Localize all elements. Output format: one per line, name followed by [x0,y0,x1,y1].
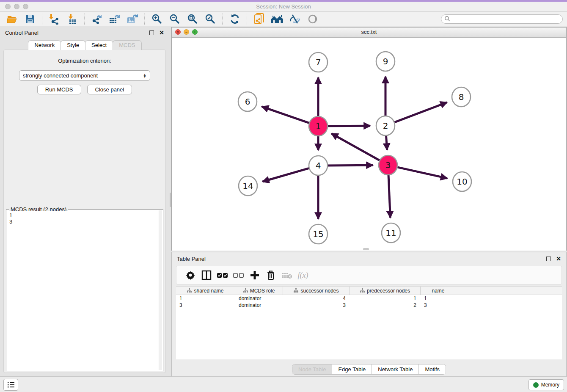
network-canvas[interactable]: 7968124314101511 [172,38,566,251]
float-table-panel-icon[interactable] [546,257,551,261]
close-panel-icon[interactable]: ✕ [159,31,164,35]
table-panel: Table Panel ✕ [171,252,567,377]
table-row[interactable]: 1dominator411 [176,295,562,302]
show-graphics-details-icon[interactable] [306,13,319,25]
unselect-all-columns-icon[interactable] [231,269,247,282]
close-panel-button[interactable]: Close panel [87,85,132,94]
close-table-panel-icon[interactable]: ✕ [556,257,561,261]
node-10[interactable]: 10 [453,172,471,191]
save-session-icon[interactable] [23,13,37,25]
edge-3-10[interactable] [396,167,447,178]
tab-edge-table[interactable]: Edge Table [332,364,372,374]
hide-graphics-details-icon[interactable] [288,13,302,25]
application-window: Session: New Session [0,0,567,392]
column-header-predecessor-nodes[interactable]: predecessor nodes [350,287,421,295]
tab-mcds[interactable]: MCDS [113,40,141,50]
edge-3-1[interactable] [331,134,380,161]
export-network-icon[interactable] [90,13,104,25]
node-1[interactable]: 1 [309,116,328,136]
svg-text:11: 11 [385,228,396,238]
column-header-successor-nodes[interactable]: successor nodes [283,287,350,295]
tab-node-table[interactable]: Node Table [292,364,333,374]
first-neighbors-icon[interactable] [270,13,284,25]
table-cell[interactable]: dominator [235,295,283,302]
refresh-layout-icon[interactable] [228,13,242,25]
edge-4-3[interactable] [327,165,373,166]
zoom-selected-icon[interactable] [204,13,217,25]
run-mcds-button[interactable]: Run MCDS [37,85,81,94]
open-session-icon[interactable] [6,13,19,25]
column-header-MCDS-role[interactable]: MCDS role [235,287,283,295]
zoom-fit-icon[interactable] [186,13,199,25]
node-9[interactable]: 9 [376,52,395,71]
edge-1-6[interactable] [262,107,310,124]
control-panel-tabs: NetworkStyleSelectMCDS [0,40,169,50]
table-panel-header: Table Panel ✕ [172,252,566,265]
mcds-result-list[interactable]: 13 [7,211,159,370]
table-row[interactable]: 3dominator323 [176,302,562,309]
network-window-titlebar[interactable]: x − + scc.txt [172,28,566,38]
show-task-history-button[interactable] [3,379,18,391]
search-field[interactable] [441,14,563,24]
canvas-hscroll-thumb[interactable] [363,248,369,250]
fx-label: f(x) [298,271,308,280]
mcds-result-item[interactable]: 1 [9,212,157,218]
svg-text:14: 14 [242,181,253,191]
export-image-icon[interactable] [126,13,139,25]
edge-1-2[interactable] [327,126,370,126]
import-table-icon[interactable] [66,13,79,25]
edge-2-8[interactable] [394,102,447,123]
zoom-in-icon[interactable] [150,13,164,25]
edge-3-11[interactable] [388,174,391,218]
table-cell[interactable]: 1 [421,295,456,302]
node-7[interactable]: 7 [309,52,328,72]
float-panel-icon[interactable] [149,30,154,35]
tab-select[interactable]: Select [85,40,113,50]
table-cell[interactable]: 3 [421,302,456,309]
tab-motifs[interactable]: Motifs [419,364,446,374]
column-header-name[interactable]: name [421,287,456,295]
node-6[interactable]: 6 [238,92,257,111]
result-scrollbar[interactable] [159,210,162,370]
select-all-columns-icon[interactable] [215,269,231,282]
edge-2-3[interactable] [386,134,387,150]
tab-network[interactable]: Network [28,40,61,50]
column-header-shared-name[interactable]: shared name [176,287,235,295]
table-cell[interactable]: 4 [283,295,350,302]
add-column-icon[interactable] [247,269,263,282]
export-table-icon[interactable] [108,13,121,25]
table-cell[interactable]: dominator [235,302,283,309]
optimization-criterion-select[interactable]: strongly connected component ▲▼ [19,70,150,81]
table-cell[interactable]: 3 [283,302,350,309]
column-browser-icon[interactable] [198,269,215,282]
table-cell[interactable]: 1 [350,295,421,302]
node-8[interactable]: 8 [452,87,471,107]
tab-style[interactable]: Style [61,40,85,50]
table-panel-title: Table Panel [177,256,546,262]
tab-network-table[interactable]: Network Table [372,364,419,374]
table-cell[interactable]: 1 [176,295,235,302]
node-14[interactable]: 14 [239,176,257,196]
mcds-result-item[interactable]: 3 [9,218,157,225]
memory-label: Memory [541,382,559,388]
memory-button[interactable]: Memory [528,379,564,390]
new-network-from-selection-icon[interactable] [253,13,266,25]
table-cell[interactable]: 2 [350,302,421,309]
table-cell[interactable]: 3 [176,302,235,309]
node-2[interactable]: 2 [376,116,395,135]
table-options-icon[interactable] [182,269,198,282]
control-panel-header: Control Panel ✕ [0,26,169,39]
node-15[interactable]: 15 [309,224,328,244]
search-input[interactable] [451,16,562,22]
node-4[interactable]: 4 [309,156,328,175]
delete-columns-icon[interactable] [263,269,279,282]
import-network-icon[interactable] [48,13,61,25]
edge-4-14[interactable] [263,168,310,182]
node-3[interactable]: 3 [379,155,397,175]
panel-scrollbar-thumb[interactable] [170,193,171,207]
function-builder-icon: f(x) [295,269,311,282]
zoom-out-icon[interactable] [168,13,182,25]
selected-criterion: strongly connected component [23,72,143,79]
chevron-up-down-icon: ▲▼ [143,74,146,78]
node-11[interactable]: 11 [382,223,400,243]
